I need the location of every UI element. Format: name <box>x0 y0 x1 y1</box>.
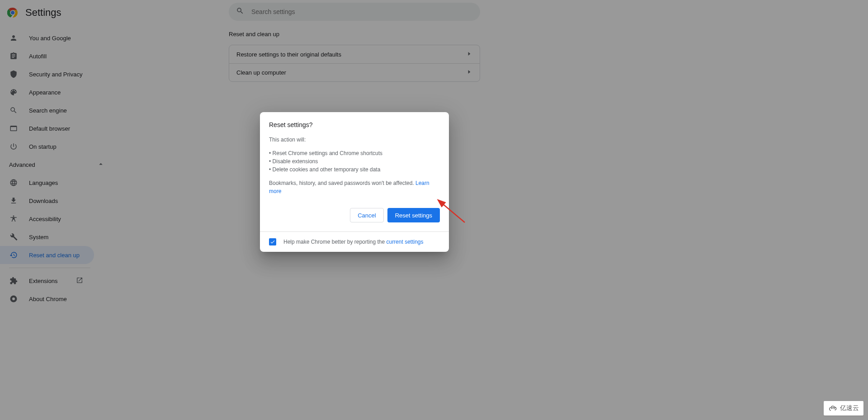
watermark-text: 亿速云 <box>840 404 859 412</box>
dialog-title: Reset settings? <box>269 121 440 128</box>
dialog-intro: This action will: <box>269 136 440 144</box>
reset-settings-dialog: Reset settings? This action will: • Rese… <box>260 112 449 252</box>
dialog-bullet: • Reset Chrome settings and Chrome short… <box>269 149 440 157</box>
report-settings-checkbox[interactable] <box>269 238 276 245</box>
reset-settings-button[interactable]: Reset settings <box>387 208 440 222</box>
dialog-body: Reset settings? This action will: • Rese… <box>260 112 449 195</box>
dialog-note: Bookmarks, history, and saved passwords … <box>269 179 440 195</box>
dialog-bullets: • Reset Chrome settings and Chrome short… <box>269 149 440 174</box>
dialog-actions: Cancel Reset settings <box>260 201 449 231</box>
cancel-button[interactable]: Cancel <box>350 208 383 222</box>
current-settings-link[interactable]: current settings <box>386 239 423 245</box>
check-icon <box>270 239 275 245</box>
dialog-footer: Help make Chrome better by reporting the… <box>260 231 449 252</box>
app-root: Settings You and Google Autofill Securit… <box>0 0 868 420</box>
cloud-icon <box>828 404 837 413</box>
dialog-bullet: • Delete cookies and other temporary sit… <box>269 165 440 174</box>
dialog-text: This action will: • Reset Chrome setting… <box>269 136 440 195</box>
footer-text: Help make Chrome better by reporting the… <box>283 239 424 245</box>
dialog-bullet: • Disable extensions <box>269 157 440 165</box>
watermark: 亿速云 <box>824 401 863 415</box>
